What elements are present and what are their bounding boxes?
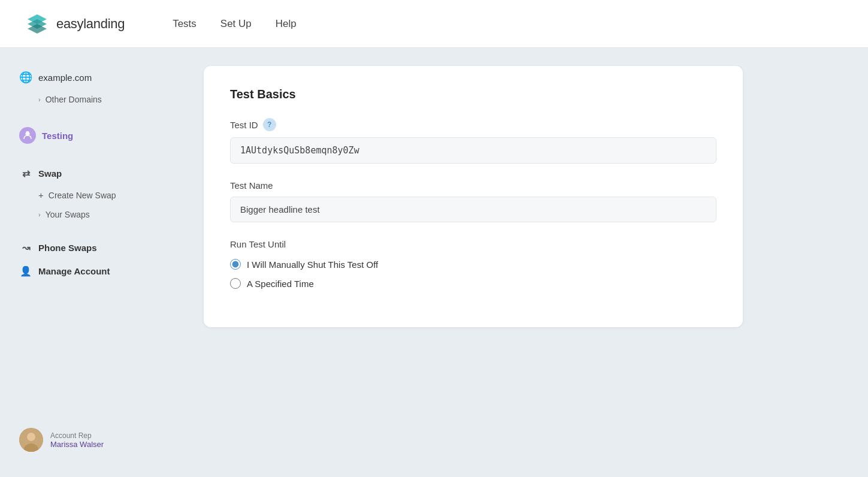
nav-help[interactable]: Help (276, 18, 297, 30)
sidebar-other-domains[interactable]: › Other Domains (12, 91, 168, 108)
svg-point-4 (27, 433, 35, 441)
radio-manual[interactable]: I Will Manually Shut This Test Off (230, 259, 716, 270)
sidebar: 🌐 example.com › Other Domains Testing ⇄ … (0, 48, 180, 477)
brand-name: easylanding (56, 16, 125, 32)
content-card: Test Basics Test ID ? 1AUtdyksQuSb8emqn8… (204, 66, 743, 327)
test-id-group: Test ID ? 1AUtdyksQuSb8emqn8y0Zw (230, 118, 716, 164)
user-name: Marissa Walser (50, 440, 104, 449)
radio-manual-input[interactable] (230, 259, 241, 270)
sidebar-your-swaps[interactable]: › Your Swaps (12, 206, 168, 223)
chevron-right-icon-2: › (38, 211, 41, 218)
test-id-help-icon[interactable]: ? (263, 118, 276, 131)
sidebar-item-swap[interactable]: ⇄ Swap (12, 163, 168, 184)
avatar (19, 428, 43, 452)
domain-label: example.com (38, 73, 92, 83)
test-id-label-row: Test ID ? (230, 118, 716, 131)
nav-setup[interactable]: Set Up (220, 18, 252, 30)
top-nav: easylanding Tests Set Up Help (0, 0, 868, 48)
run-test-group: Run Test Until I Will Manually Shut This… (230, 239, 716, 289)
radio-specified-label: A Specified Time (247, 279, 314, 289)
sidebar-domain[interactable]: 🌐 example.com (12, 66, 168, 89)
test-name-label: Test Name (230, 180, 273, 191)
person-icon: 👤 (19, 265, 32, 277)
swap-label: Swap (38, 168, 62, 179)
run-test-label: Run Test Until (230, 239, 716, 249)
user-role: Account Rep (50, 431, 104, 440)
section-title: Test Basics (230, 87, 716, 101)
testing-label: Testing (42, 131, 73, 141)
main-layout: 🌐 example.com › Other Domains Testing ⇄ … (0, 48, 868, 477)
logo-icon (24, 11, 50, 37)
radio-group: I Will Manually Shut This Test Off A Spe… (230, 259, 716, 289)
create-swap-label: Create New Swap (49, 191, 116, 200)
phone-swaps-label: Phone Swaps (38, 243, 97, 253)
content-area: Test Basics Test ID ? 1AUtdyksQuSb8emqn8… (180, 48, 868, 477)
test-name-input[interactable] (230, 197, 716, 222)
your-swaps-label: Your Swaps (46, 210, 90, 219)
user-info: Account Rep Marissa Walser (50, 431, 104, 449)
plus-icon: + (38, 190, 44, 200)
phone-swaps-icon: ↝ (19, 242, 32, 253)
sidebar-divider-2 (12, 151, 168, 161)
chevron-right-icon: › (38, 96, 41, 103)
swap-icon: ⇄ (19, 168, 32, 179)
test-id-value: 1AUtdyksQuSb8emqn8y0Zw (230, 137, 716, 164)
radio-specified[interactable]: A Specified Time (230, 278, 716, 289)
testing-icon (19, 127, 36, 144)
sidebar-divider (12, 110, 168, 120)
sidebar-item-manage-account[interactable]: 👤 Manage Account (12, 261, 168, 282)
other-domains-label: Other Domains (46, 95, 102, 104)
sidebar-divider-3 (12, 225, 168, 235)
test-name-label-row: Test Name (230, 180, 716, 191)
sidebar-item-phone-swaps[interactable]: ↝ Phone Swaps (12, 237, 168, 258)
sidebar-create-swap[interactable]: + Create New Swap (12, 186, 168, 204)
manage-account-label: Manage Account (38, 266, 110, 276)
radio-manual-label: I Will Manually Shut This Test Off (247, 259, 378, 270)
test-id-label: Test ID (230, 120, 258, 130)
logo-area[interactable]: easylanding (24, 11, 125, 37)
test-name-group: Test Name (230, 180, 716, 222)
radio-specified-input[interactable] (230, 278, 241, 289)
nav-tests[interactable]: Tests (173, 18, 196, 30)
top-nav-links: Tests Set Up Help (173, 18, 297, 30)
globe-icon: 🌐 (19, 71, 32, 84)
user-area[interactable]: Account Rep Marissa Walser (12, 421, 168, 459)
sidebar-item-testing[interactable]: Testing (12, 122, 168, 149)
